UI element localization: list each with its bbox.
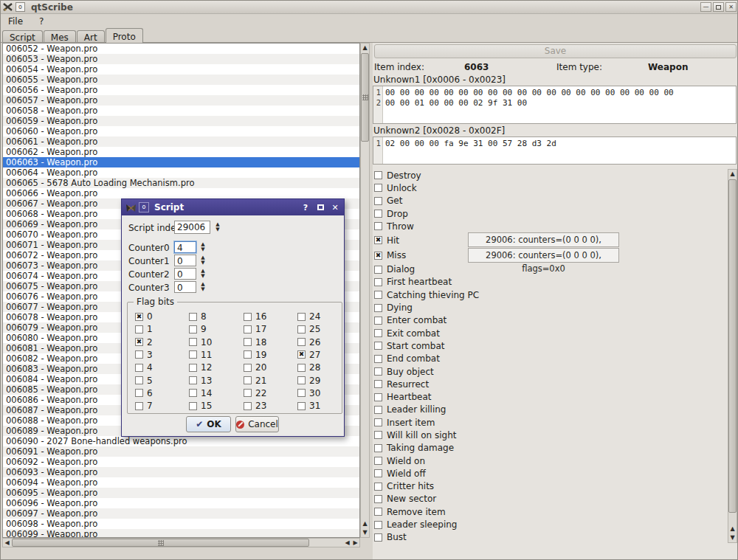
- checkbox-flag-2[interactable]: ✖: [135, 338, 143, 346]
- list-horizontal-scrollbar[interactable]: ◀ ◀ ▶: [2, 538, 360, 547]
- checkbox-catching-thieving-pc[interactable]: [374, 291, 382, 299]
- list-item[interactable]: 006055 - Weapon.pro: [3, 75, 359, 85]
- checkbox-flag-4[interactable]: [135, 364, 143, 372]
- checkbox-flag-12[interactable]: [189, 364, 197, 372]
- hex-line[interactable]: 00 00 00 00 00 00 00 00 00 00 00 00 00 0…: [385, 88, 734, 98]
- scroll-thumb[interactable]: [728, 179, 737, 513]
- checkbox-flag-20[interactable]: [244, 364, 252, 372]
- counter-spinner[interactable]: ▲▼: [199, 281, 207, 293]
- checkbox-flag-16[interactable]: [244, 313, 252, 321]
- checkbox-flag-29[interactable]: [297, 376, 306, 384]
- tab-script[interactable]: Script: [2, 30, 43, 43]
- list-item[interactable]: 006052 - Weapon.pro: [3, 44, 359, 54]
- script-index-field[interactable]: 29006: [174, 221, 210, 234]
- checkbox-flag-9[interactable]: [189, 325, 197, 333]
- list-item[interactable]: 006065 - 5678 Auto Loading Mechanism.pro: [3, 178, 359, 188]
- counter-field[interactable]: 0: [174, 268, 196, 280]
- checkbox-flag-24[interactable]: [297, 313, 306, 321]
- list-vertical-scrollbar[interactable]: ▲ ▲ ▼: [360, 43, 370, 538]
- checkbox-throw[interactable]: [374, 222, 382, 230]
- menu-file[interactable]: File: [7, 15, 24, 27]
- checkbox-insert-item[interactable]: [374, 418, 382, 426]
- list-item[interactable]: 006094 - Weapon.pro: [3, 477, 359, 488]
- checkbox-critter-hits[interactable]: [374, 483, 382, 491]
- dialog-shade-icon[interactable]: o: [139, 202, 149, 212]
- tab-mes[interactable]: Mes: [44, 30, 76, 43]
- checkbox-drop[interactable]: [374, 210, 382, 218]
- checkbox-flag-23[interactable]: [244, 402, 252, 410]
- list-item[interactable]: 006061 - Weapon.pro: [3, 136, 359, 147]
- checkbox-dialog[interactable]: [374, 266, 382, 274]
- hex-line[interactable]: 00 00 01 00 00 00 02 9f 31 00: [385, 98, 734, 108]
- scroll-thumb[interactable]: [361, 53, 369, 142]
- window-titlebar[interactable]: o qtScribe — ✕: [1, 1, 738, 14]
- tab-art[interactable]: Art: [77, 30, 105, 43]
- checkbox-end-combat[interactable]: [374, 355, 382, 363]
- list-item[interactable]: 006066 - Weapon.pro: [3, 188, 359, 198]
- counter-field[interactable]: 0: [174, 255, 196, 266]
- dialog-maximize-button[interactable]: [315, 203, 325, 212]
- scroll-left-icon[interactable]: ◀: [343, 539, 351, 547]
- list-item[interactable]: 006062 - Weapon.pro: [3, 147, 359, 157]
- counter-spinner[interactable]: ▲▼: [199, 268, 207, 280]
- checkbox-heartbeat[interactable]: [374, 393, 382, 401]
- list-item[interactable]: 006053 - Weapon.pro: [3, 54, 359, 64]
- checkbox-start-combat[interactable]: [374, 342, 382, 350]
- ok-button[interactable]: ✔ OK: [186, 416, 231, 432]
- list-item[interactable]: 006098 - Weapon.pro: [3, 519, 359, 529]
- cancel-button[interactable]: Cancel: [235, 416, 279, 432]
- checkbox-flag-11[interactable]: [189, 350, 197, 359]
- close-button[interactable]: ✕: [725, 2, 737, 12]
- checkbox-flag-19[interactable]: [244, 350, 252, 359]
- checkbox-resurrect[interactable]: [374, 380, 382, 388]
- list-item[interactable]: 006093 - Weapon.pro: [3, 467, 359, 477]
- checkbox-taking-damage[interactable]: [374, 444, 382, 452]
- scroll-track[interactable]: [11, 539, 343, 547]
- checkbox-flag-18[interactable]: [244, 338, 252, 346]
- checkbox-get[interactable]: [374, 197, 382, 205]
- scroll-right-icon[interactable]: ▶: [351, 539, 359, 547]
- list-item[interactable]: 006054 - Weapon.pro: [3, 64, 359, 75]
- list-item[interactable]: 006060 - Weapon.pro: [3, 126, 359, 136]
- checkbox-new-sector[interactable]: [374, 495, 382, 503]
- script-assignment-button[interactable]: 29006: counters=(0 0 0 0), flags=0x0: [468, 232, 619, 247]
- checkbox-hit[interactable]: ✖: [374, 236, 382, 244]
- scroll-up-icon[interactable]: ▲: [728, 170, 737, 179]
- checkbox-flag-13[interactable]: [189, 376, 197, 384]
- checkbox-destroy[interactable]: [374, 171, 382, 179]
- checkbox-flag-17[interactable]: [244, 325, 252, 333]
- hex-text[interactable]: 00 00 00 00 00 00 00 00 00 00 00 00 00 0…: [385, 88, 734, 108]
- checkbox-wield-on[interactable]: [374, 457, 382, 465]
- dialog-help-button[interactable]: ?: [300, 203, 311, 212]
- events-vertical-scrollbar[interactable]: ▲ ▲ ▼: [728, 169, 737, 543]
- restore-button[interactable]: [713, 2, 724, 12]
- scroll-track[interactable]: [361, 52, 369, 519]
- list-item[interactable]: 006095 - Weapon.pro: [3, 488, 359, 498]
- checkbox-flag-0[interactable]: ✖: [135, 313, 143, 321]
- unknown2-hex-editor[interactable]: 1 02 00 00 00 fa 9e 31 00 57 28 d3 2d: [373, 136, 737, 165]
- list-item[interactable]: 006058 - Weapon.pro: [3, 106, 359, 116]
- checkbox-flag-27[interactable]: ✖: [297, 350, 306, 359]
- checkbox-flag-7[interactable]: [135, 402, 143, 410]
- dialog-titlebar[interactable]: o Script ? ✕: [122, 199, 344, 215]
- list-item[interactable]: 006097 - Weapon.pro: [3, 508, 359, 519]
- list-item[interactable]: 006057 - Weapon.pro: [3, 95, 359, 106]
- checkbox-flag-30[interactable]: [297, 389, 306, 397]
- unknown1-hex-editor[interactable]: 12 00 00 00 00 00 00 00 00 00 00 00 00 0…: [373, 86, 737, 124]
- scroll-track[interactable]: [728, 179, 737, 525]
- checkbox-dying[interactable]: [374, 304, 382, 312]
- checkbox-flag-21[interactable]: [244, 376, 252, 384]
- tab-proto[interactable]: Proto: [106, 28, 143, 43]
- scroll-up-icon[interactable]: ▲: [728, 525, 737, 533]
- checkbox-miss[interactable]: ✖: [374, 252, 382, 260]
- checkbox-flag-22[interactable]: [244, 389, 252, 397]
- hex-text[interactable]: 02 00 00 00 fa 9e 31 00 57 28 d3 2d: [385, 139, 734, 149]
- scroll-thumb[interactable]: [12, 539, 309, 547]
- checkbox-flag-6[interactable]: [135, 389, 143, 397]
- checkbox-flag-8[interactable]: [189, 313, 197, 321]
- list-item[interactable]: 006099 - Weapon.pro: [3, 529, 359, 538]
- counter-spinner[interactable]: ▲▼: [199, 241, 207, 253]
- checkbox-flag-14[interactable]: [189, 389, 197, 397]
- list-item[interactable]: 006056 - Weapon.pro: [3, 85, 359, 95]
- dialog-close-button[interactable]: ✕: [330, 203, 340, 212]
